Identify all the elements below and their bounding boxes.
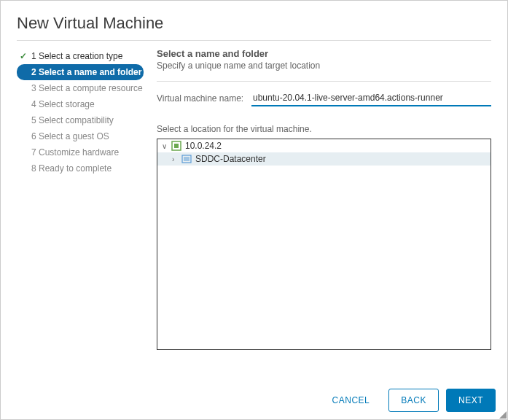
step-2-name-folder[interactable]: 2 Select a name and folder [17,64,144,80]
wizard-steps: 1 Select a creation type 2 Select a name… [17,48,144,350]
vcenter-icon [171,141,182,151]
next-button[interactable]: NEXT [446,389,496,412]
tree-node-label: SDDC-Datacenter [195,154,266,164]
tree-node-root[interactable]: ∨ 10.0.24.2 [157,139,491,152]
back-button[interactable]: BACK [388,389,439,412]
step-7-customize-hardware: 7 Customize hardware [17,144,144,160]
svg-rect-1 [174,144,179,148]
location-label: Select a location for the virtual machin… [157,124,491,134]
vm-name-label: Virtual machine name: [157,93,251,104]
panel-heading: Select a name and folder [157,48,491,59]
step-6-guest-os: 6 Select a guest OS [17,128,144,144]
chevron-right-icon[interactable]: › [172,155,181,163]
step-1-creation-type[interactable]: 1 Select a creation type [17,48,144,64]
location-tree[interactable]: ∨ 10.0.24.2 › SDDC-Datacenter [157,139,491,350]
step-3-compute-resource: 3 Select a compute resource [17,80,144,96]
chevron-down-icon[interactable]: ∨ [162,142,171,150]
vm-name-input[interactable] [251,90,491,106]
step-4-storage: 4 Select storage [17,96,144,112]
dialog-title: New Virtual Machine [17,14,491,41]
panel-subheading: Specify a unique name and target locatio… [157,61,491,82]
step-8-ready: 8 Ready to complete [17,160,144,176]
tree-node-datacenter[interactable]: › SDDC-Datacenter [157,152,491,166]
resize-handle-icon[interactable] [499,411,507,419]
tree-node-label: 10.0.24.2 [185,141,222,151]
cancel-button[interactable]: CANCEL [321,389,382,411]
datacenter-icon [181,154,192,164]
step-5-compatibility: 5 Select compatibility [17,112,144,128]
